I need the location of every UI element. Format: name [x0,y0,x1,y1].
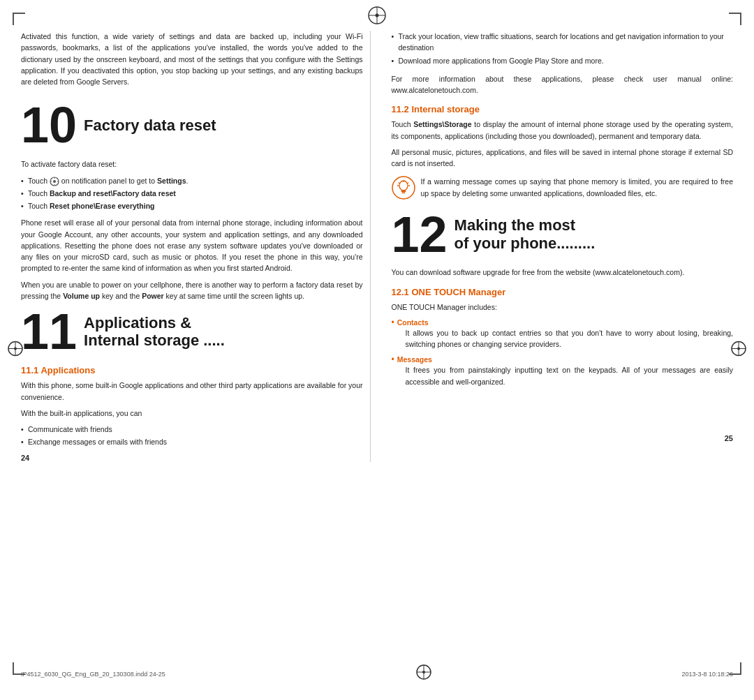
chapter11-number: 11 [21,306,77,357]
body3-paragraph: With this phone, some built-in Google ap… [21,380,363,403]
footer-left-text: IP4512_6030_QG_Eng_GB_20_130308.indd 24-… [21,671,165,678]
messages-text: It frees you from painstakingly inputtin… [399,364,734,387]
intro-paragraph: Activated this function, a wide variety … [21,31,363,87]
bullet-item-2: Touch Backup and reset\Factory data rese… [21,188,363,199]
body-right1: For more information about these applica… [392,73,734,96]
left-column: Activated this function, a wide variety … [21,31,371,462]
app-bullet-2: Exchange messages or emails with friends [21,436,363,447]
factory-reset-bullets: Touch on notification panel to get to Se… [21,175,363,212]
manager-intro: ONE TOUCH Manager includes: [392,301,734,313]
svg-point-19 [399,181,408,191]
corner-mark-tr [729,13,741,25]
settings-icon-inline [50,177,59,186]
body-right2: Touch Settings\Storage to display the am… [392,119,734,142]
page-number-right: 25 [392,434,734,442]
right-bullet-1: Track your location, view traffic situat… [392,31,734,54]
footer-compass-icon [415,664,432,684]
body-right3: All personal music, pictures, applicatio… [392,147,734,170]
right-bullets-top: Track your location, view traffic situat… [392,31,734,66]
chapter12-heading: 12 Making the most of your phone........… [392,209,734,260]
bullet1-bold: Settings [157,177,186,185]
contacts-label: Contacts [397,318,429,327]
applications-bullets: Communicate with friends Exchange messag… [21,424,363,448]
footer-right-text: 2013-3-8 10:18:26 [681,671,733,678]
chapter11-heading: 11 Applications & Internal storage ..... [21,306,363,357]
svg-point-7 [14,347,17,350]
bullet3-bold: Reset phone\Erase everything [50,202,155,210]
contacts-item: • Contacts It allows you to back up cont… [392,318,734,350]
warning-lightbulb-icon [392,176,415,200]
left-compass-icon [7,340,24,360]
body2-paragraph: When you are unable to power on your cel… [21,279,363,302]
svg-point-30 [422,671,425,673]
warning-text: If a warning message comes up saying tha… [421,176,734,199]
corner-mark-tl [13,13,25,25]
chapter12-title1: Making the most [454,216,596,234]
chapter10-number: 10 [21,100,77,150]
chapter11-title1: Applications & [84,314,225,332]
chapter10-title: Factory data reset [84,117,216,134]
messages-item: • Messages It frees you from painstaking… [392,355,734,387]
activate-label: To activate factory data reset: [21,158,363,170]
page-number-left: 24 [21,454,363,462]
chapter12-title2: of your phone......... [454,234,596,253]
svg-line-23 [399,183,400,184]
section121-heading: 12.1 ONE TOUCH Manager [392,287,734,297]
svg-point-11 [737,347,740,350]
svg-point-3 [376,14,379,17]
body4-paragraph: With the built-in applications, you can [21,408,363,419]
svg-point-13 [53,180,56,183]
svg-rect-20 [401,191,406,192]
section112-heading: 11.2 Internal storage [392,104,734,114]
warning-box: If a warning message comes up saying tha… [392,176,734,200]
right-column: Track your location, view traffic situat… [385,31,734,462]
section111-heading: 11.1 Applications [21,365,363,375]
bullet-item-1: Touch on notification panel to get to Se… [21,175,363,186]
right-bullet-2: Download more applications from Google P… [392,55,734,66]
app-bullet-1: Communicate with friends [21,424,363,435]
page-footer: IP4512_6030_QG_Eng_GB_20_130308.indd 24-… [0,664,754,687]
bullet-item-3: Touch Reset phone\Erase everything [21,200,363,211]
chapter12-number: 12 [392,209,448,260]
main-content: Activated this function, a wide variety … [21,31,733,462]
contacts-text: It allows you to back up contact entries… [399,327,734,350]
chapter10-heading: 10 Factory data reset [21,100,363,150]
body-right4: You can download software upgrade for fr… [392,267,734,278]
body1-paragraph: Phone reset will erase all of your perso… [21,217,363,274]
right-compass-icon [730,340,747,360]
top-compass-icon [367,6,387,29]
svg-point-18 [392,177,415,199]
messages-label: Messages [397,355,432,364]
bullet2-bold: Backup and reset\Factory data reset [50,189,176,198]
svg-rect-21 [401,193,405,194]
svg-line-24 [407,183,408,184]
chapter11-title2: Internal storage ..... [84,332,225,349]
